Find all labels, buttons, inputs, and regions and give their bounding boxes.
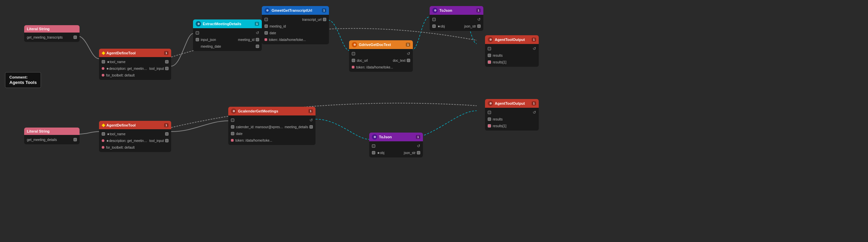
agent-output-2-title: AgentToolOutput — [495, 101, 530, 105]
agent-define-tool-node-1[interactable]: ◆ AgentDefineTool 1 ★tool_name ★descript… — [99, 49, 171, 80]
agent-define-1-out-port[interactable] — [165, 60, 168, 63]
tojson-1-exec-row: ↺ — [430, 16, 483, 23]
tojson-node-1[interactable]: ⚙ ToJson 1 ↺ ★obj json_str — [430, 6, 483, 31]
gdrive-badge: 1 — [406, 42, 410, 47]
literal-string-1-body: get_meeting_transcripts — [24, 33, 80, 42]
extract-input-json-port[interactable] — [196, 38, 199, 41]
agent-define-tool-node-2[interactable]: ◆ AgentDefineTool 1 ★tool_name ★descript… — [99, 121, 171, 152]
gdrive-node[interactable]: ⚙ GdriveGetDocText 1 ↺ doc_url doc_text … — [349, 40, 413, 72]
extract-meeting-details-node[interactable]: ⚙ ExtractMeetingDetails 1 ↺ input_json m… — [193, 20, 262, 51]
tojson-2-exec-row: ↺ — [369, 143, 423, 149]
tojson-2-obj-port[interactable] — [372, 151, 375, 154]
tojson-1-badge: 1 — [476, 8, 480, 12]
literal-string-2-body: get_meeting_details — [24, 135, 80, 144]
literal-string-2-title: Literal String — [27, 129, 77, 133]
agent-output-2-exec-in[interactable] — [488, 111, 491, 114]
agent-define-1-badge: 1 — [164, 51, 168, 55]
gdrive-refresh-icon: ↺ — [407, 51, 410, 56]
agent-define-2-row-toolbelt: for_toolbelt: default — [99, 144, 171, 151]
gdrive-header: ⚙ GdriveGetDocText 1 — [349, 40, 413, 49]
extract-input-json-row: input_json meeting_id — [193, 36, 262, 43]
gcal-meeting-details-out[interactable] — [309, 125, 313, 128]
gdrive-exec-row: ↺ — [349, 50, 413, 57]
gmeet-date-port[interactable] — [265, 31, 268, 35]
agent-define-2-tool-input-port[interactable] — [165, 139, 168, 142]
gcal-exec-in[interactable] — [231, 119, 234, 122]
extract-meeting-id-out[interactable] — [256, 38, 259, 41]
agent-output-2-body: ↺ results results[1] — [485, 108, 539, 130]
gmeet-node[interactable]: ⚙ GmeetGetTranscriptUrl 1 transcript_url… — [262, 6, 329, 44]
extract-badge: 1 — [255, 22, 259, 26]
gcal-date-port[interactable] — [231, 132, 234, 135]
extract-exec-row: ↺ — [193, 30, 262, 36]
agent-define-2-row-desc: ★description: get_meeting_det... tool_in… — [99, 137, 171, 144]
tojson-node-2[interactable]: ⚙ ToJson 1 ↺ ★obj json_str — [369, 132, 423, 157]
tojson-2-title: ToJson — [379, 135, 414, 139]
gdrive-exec-in[interactable] — [352, 52, 355, 55]
agent-output-2-exec-row: ↺ — [485, 109, 539, 116]
agent-define-1-tool-input-port[interactable] — [165, 67, 168, 70]
gmeet-exec-in[interactable] — [265, 18, 268, 21]
agent-define-2-out-port[interactable] — [165, 132, 168, 135]
literal-string-node-1[interactable]: Literal String get_meeting_transcripts — [24, 25, 80, 42]
agent-define-2-in-port-1[interactable] — [102, 132, 105, 135]
tojson-1-title: ToJson — [439, 8, 475, 12]
agent-output-2-results1-row: results[1] — [485, 122, 539, 129]
agent-define-1-title: AgentDefineTool — [106, 51, 163, 55]
literal-string-2-out-port[interactable] — [73, 138, 77, 141]
literal-string-1-header: Literal String — [24, 25, 80, 33]
agent-output-2-results1-port[interactable] — [488, 124, 491, 127]
tojson-2-exec-in[interactable] — [372, 144, 375, 148]
extract-meeting-date-out[interactable] — [256, 44, 259, 48]
agent-define-2-header: ◆ AgentDefineTool 1 — [99, 121, 171, 129]
agent-output-1-exec-row: ↺ — [485, 45, 539, 52]
gcal-token-row: token: /data/home/toke... — [228, 137, 315, 144]
tojson-2-header: ⚙ ToJson 1 — [369, 132, 423, 141]
agent-output-1-badge: 1 — [532, 38, 536, 41]
agent-output-1-results1-row: results[1] — [485, 59, 539, 65]
agent-define-2-body: ★tool_name ★description: get_meeting_det… — [99, 129, 171, 152]
gcal-node[interactable]: ⚙ GcalenderGetMeetings 1 ↺ calender_id: … — [228, 107, 315, 145]
gdrive-doc-text-out[interactable] — [407, 59, 410, 62]
extract-body: ↺ input_json meeting_id meeting_date — [193, 28, 262, 51]
gcal-calid-port[interactable] — [231, 125, 234, 128]
comment-box: Comment: Agents Tools — [5, 72, 41, 88]
agent-output-2-results-port[interactable] — [488, 118, 491, 121]
agent-output-1-results-port[interactable] — [488, 54, 491, 57]
gdrive-token-row: token: /data/home/toke... — [349, 64, 413, 70]
tojson-1-json-str-out[interactable] — [477, 25, 480, 28]
agent-output-1-refresh: ↺ — [533, 46, 536, 51]
gmeet-token-row: token: /data/home/toke... — [262, 36, 329, 43]
tojson-1-header: ⚙ ToJson 1 — [430, 6, 483, 15]
agent-output-2-refresh: ↺ — [533, 110, 536, 115]
tojson-1-refresh: ↺ — [477, 17, 480, 22]
gcal-calid-row: calender_id: mansour@xpress.ai meeting_d… — [228, 123, 315, 130]
literal-string-node-2[interactable]: Literal String get_meeting_details — [24, 127, 80, 144]
extract-header: ⚙ ExtractMeetingDetails 1 — [193, 20, 262, 28]
tojson-2-refresh: ↺ — [417, 144, 420, 148]
gmeet-badge: 1 — [322, 8, 326, 12]
agent-tool-output-node-2[interactable]: ⚙ AgentToolOutput 1 ↺ results results[1] — [485, 99, 539, 130]
extract-exec-in[interactable] — [196, 31, 199, 35]
agent-define-1-header: ◆ AgentDefineTool 1 — [99, 49, 171, 57]
gdrive-doc-url-port[interactable] — [352, 59, 355, 62]
agent-define-1-row-toolname: ★tool_name — [99, 58, 171, 65]
literal-string-1-out-port[interactable] — [73, 36, 77, 39]
agent-output-1-exec-in[interactable] — [488, 47, 491, 50]
agent-define-1-row-desc: ★description: get_meeting_tra... tool_in… — [99, 65, 171, 72]
node-canvas: Comment: Agents Tools Literal String get… — [0, 0, 868, 242]
gdrive-doc-url-row: doc_url doc_text — [349, 57, 413, 64]
agent-tool-output-node-1[interactable]: ⚙ AgentToolOutput 1 ↺ results results[1] — [485, 35, 539, 67]
tojson-1-exec-in[interactable] — [432, 18, 436, 21]
agent-define-2-badge: 1 — [164, 123, 168, 127]
agent-output-1-results1-port[interactable] — [488, 60, 491, 64]
agent-define-1-in-port-1[interactable] — [102, 60, 105, 63]
tojson-1-obj-port[interactable] — [432, 25, 436, 28]
gmeet-meeting-id-port[interactable] — [265, 25, 268, 28]
tojson-2-json-str-out[interactable] — [417, 151, 420, 154]
literal-string-2-port-label: get_meeting_details — [27, 138, 73, 142]
agent-define-1-body: ★tool_name ★description: get_meeting_tra… — [99, 57, 171, 80]
literal-string-1-port-label: get_meeting_transcripts — [27, 36, 73, 39]
tojson-1-obj-row: ★obj json_str — [430, 23, 483, 30]
gmeet-transcript-out[interactable] — [323, 18, 326, 21]
